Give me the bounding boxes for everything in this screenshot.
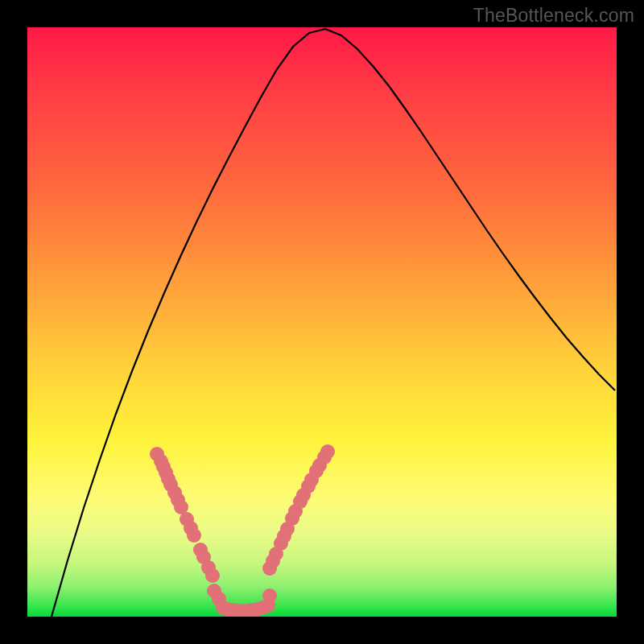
dot-layer [150, 444, 335, 617]
data-dot [205, 568, 220, 583]
curve-svg [27, 27, 617, 617]
chart-frame: TheBottleneck.com [0, 0, 644, 644]
watermark-text: TheBottleneck.com [473, 5, 634, 27]
data-dot [262, 588, 277, 603]
bottleneck-curve [52, 29, 615, 617]
plot-area [27, 27, 617, 617]
data-dot [187, 528, 201, 543]
data-dot [320, 444, 335, 459]
